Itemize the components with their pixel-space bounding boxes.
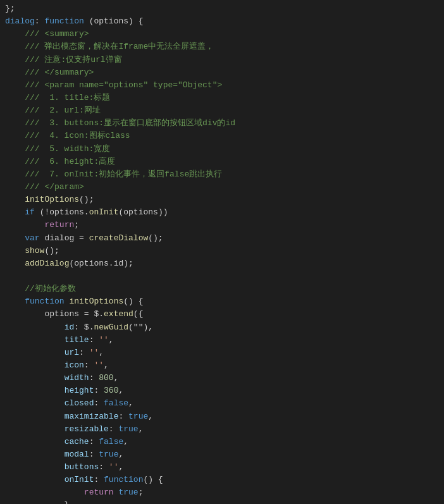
code-line: if (!options.onInit(options)): [0, 206, 444, 219]
code-editor: };dialog: function (options) { /// <summ…: [0, 0, 444, 504]
code-line: /// 2. url:网址: [0, 104, 444, 117]
code-line: /// 3. buttons:显示在窗口底部的按钮区域div的id: [0, 117, 444, 130]
code-line: /// </summary>: [0, 66, 444, 79]
code-line: [0, 270, 444, 283]
code-line: },: [0, 499, 444, 504]
code-line: url: '',: [0, 347, 444, 359]
code-line: buttons: '',: [0, 461, 444, 474]
code-line: icon: '',: [0, 359, 444, 372]
code-line: /// 5. width:宽度: [0, 143, 444, 156]
code-line: dialog: function (options) {: [0, 15, 444, 28]
code-line: addDialog(options.id);: [0, 257, 444, 270]
code-line: options = $.extend({: [0, 308, 444, 321]
code-line: };: [0, 3, 444, 15]
code-line: /// 6. height:高度: [0, 156, 444, 168]
code-line: modal: true,: [0, 448, 444, 461]
code-line: //初始化参数: [0, 283, 444, 295]
code-line: /// </param>: [0, 181, 444, 194]
code-line: function initOptions() {: [0, 295, 444, 308]
code-line: /// 注意:仅支持url弹窗: [0, 54, 444, 66]
code-line: /// <param name="options" type="Object">: [0, 79, 444, 92]
code-line: width: 800,: [0, 372, 444, 384]
code-line: title: '',: [0, 334, 444, 347]
code-line: initOptions();: [0, 194, 444, 206]
code-line: resizable: true,: [0, 423, 444, 436]
code-line: closed: false,: [0, 397, 444, 410]
code-line: /// 弹出模态窗，解决在Iframe中无法全屏遮盖，: [0, 40, 444, 53]
code-line: /// <summary>: [0, 28, 444, 40]
code-line: maximizable: true,: [0, 410, 444, 423]
code-line: id: $.newGuid(""),: [0, 321, 444, 334]
code-line: /// 7. onInit:初始化事件，返回false跳出执行: [0, 168, 444, 181]
code-line: height: 360,: [0, 384, 444, 397]
code-line: return true;: [0, 486, 444, 499]
code-line: cache: false,: [0, 436, 444, 448]
code-line: var dialog = createDialow();: [0, 232, 444, 245]
code-line: show();: [0, 245, 444, 257]
code-line: return;: [0, 219, 444, 231]
code-line: onInit: function() {: [0, 474, 444, 486]
code-line: /// 1. title:标题: [0, 92, 444, 104]
code-line: /// 4. icon:图标class: [0, 130, 444, 142]
